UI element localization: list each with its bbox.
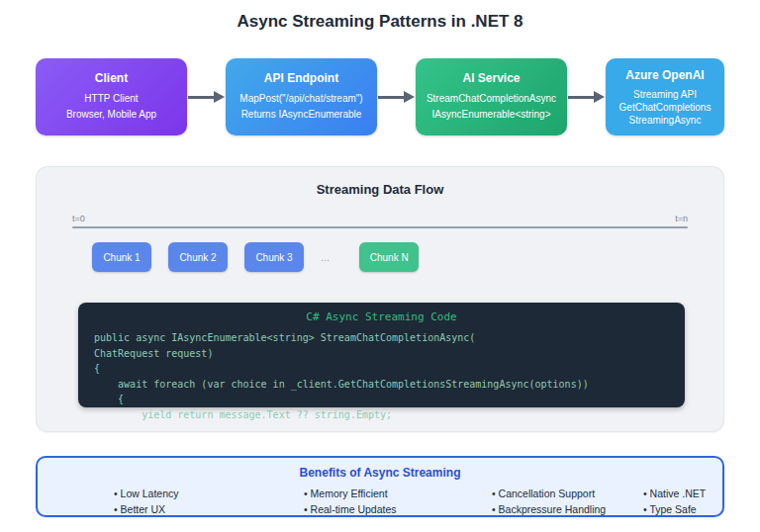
- pipeline-node-azure-openai: Azure OpenAI Streaming API GetChatComple…: [606, 58, 724, 135]
- arrow-head: [214, 91, 225, 103]
- pipeline-node-api-endpoint: API Endpoint MapPost("/api/chat/stream")…: [226, 58, 377, 135]
- chunk-1: Chunk 1: [92, 242, 151, 272]
- code-line: {: [94, 361, 669, 377]
- benefits-column: • Native .NET • Type Safe: [643, 486, 722, 517]
- node-subtitle: HTTP Client: [42, 91, 181, 107]
- pipeline-node-client: Client HTTP Client Browser, Mobile App: [36, 58, 187, 135]
- code-block: C# Async Streaming Code public async IAs…: [78, 303, 685, 407]
- benefit-item: • Better UX: [114, 501, 304, 517]
- benefits-column: • Memory Efficient • Real-time Updates: [304, 486, 492, 517]
- node-subtitle: Browser, Mobile App: [42, 107, 181, 123]
- benefits-column: • Low Latency • Better UX: [114, 486, 304, 517]
- node-title: AI Service: [422, 71, 561, 85]
- pipeline-node-ai-service: AI Service StreamChatCompletionAsync IAs…: [416, 58, 567, 135]
- arrow-shaft: [568, 96, 594, 99]
- benefits-grid: • Low Latency • Better UX • Memory Effic…: [38, 486, 722, 517]
- code-line: ChatRequest request): [94, 346, 669, 362]
- benefit-item: • Cancellation Support: [492, 486, 643, 501]
- code-line-overflow: yield return message.Text ?? string.Empt…: [94, 407, 669, 423]
- timeline-end-label: t=n: [675, 214, 688, 223]
- node-subtitle: IAsyncEnumerable<string>: [422, 107, 561, 123]
- arrow-head: [404, 91, 415, 103]
- benefits-title: Benefits of Async Streaming: [38, 466, 722, 480]
- node-title: Azure OpenAI: [612, 68, 718, 82]
- page-title: Async Streaming Patterns in .NET 8: [0, 0, 760, 32]
- streaming-data-flow-panel: Streaming Data Flow t=0 t=n Chunk 1 Chun…: [36, 166, 724, 432]
- ellipsis-label: ...: [321, 251, 330, 263]
- benefit-item: • Backpressure Handling: [492, 501, 643, 517]
- node-title: Client: [42, 71, 181, 85]
- benefit-item: • Real-time Updates: [304, 501, 492, 517]
- timeline: t=0 t=n: [72, 214, 688, 228]
- chunk-3: Chunk 3: [244, 242, 304, 272]
- timeline-axis: [72, 226, 688, 228]
- benefit-item: • Memory Efficient: [304, 486, 492, 501]
- pipeline-diagram: Client HTTP Client Browser, Mobile App A…: [36, 57, 724, 136]
- benefit-item: • Type Safe: [643, 501, 722, 517]
- flow-panel-title: Streaming Data Flow: [37, 167, 723, 197]
- node-subtitle: StreamingAsync: [612, 114, 718, 127]
- node-subtitle: Streaming API: [612, 88, 718, 101]
- chunk-row: Chunk 1 Chunk 2 Chunk 3 ... Chunk N: [92, 242, 723, 272]
- timeline-start-label: t=0: [72, 214, 85, 223]
- node-subtitle: GetChatCompletions: [612, 101, 718, 114]
- arrow-right-icon: [188, 91, 225, 103]
- node-subtitle: MapPost("/api/chat/stream"): [232, 91, 371, 107]
- code-line: await foreach (var choice in _client.Get…: [94, 377, 669, 393]
- code-block-title: C# Async Streaming Code: [94, 310, 669, 323]
- code-line: {: [94, 392, 669, 407]
- arrow-shaft: [378, 96, 404, 99]
- benefit-item: • Low Latency: [114, 486, 304, 501]
- arrow-shaft: [188, 96, 214, 99]
- benefit-item: • Native .NET: [643, 486, 722, 501]
- node-title: API Endpoint: [232, 71, 371, 85]
- chunk-2: Chunk 2: [168, 242, 228, 272]
- arrow-right-icon: [568, 91, 605, 103]
- node-subtitle: Returns IAsyncEnumerable: [232, 107, 371, 123]
- chunk-n: Chunk N: [359, 242, 419, 272]
- arrow-right-icon: [378, 91, 415, 103]
- code-line: public async IAsyncEnumerable<string> St…: [94, 330, 669, 346]
- benefits-panel: Benefits of Async Streaming • Low Latenc…: [36, 456, 724, 517]
- node-subtitle: StreamChatCompletionAsync: [422, 91, 561, 107]
- arrow-head: [594, 91, 605, 103]
- benefits-column: • Cancellation Support • Backpressure Ha…: [492, 486, 643, 517]
